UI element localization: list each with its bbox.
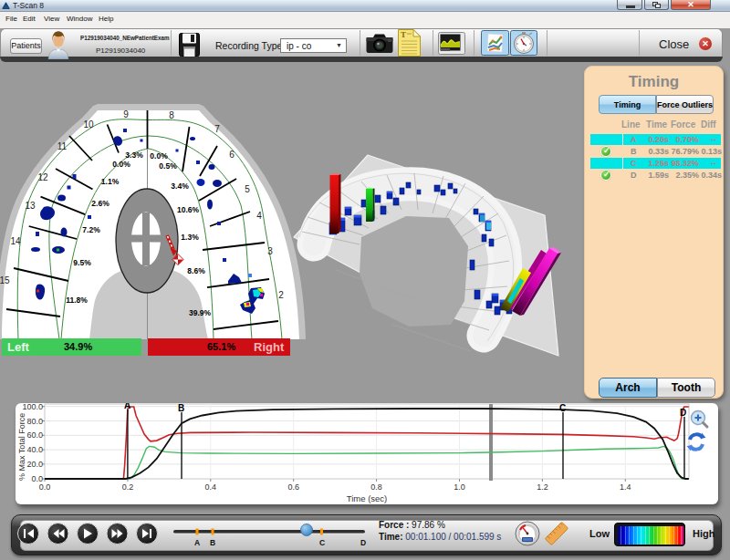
svg-text:% Max Total Force: % Max Total Force: [17, 413, 26, 481]
svg-text:80.0: 80.0: [26, 417, 43, 426]
svg-text:40.0: 40.0: [26, 445, 43, 454]
svg-text:1.3%: 1.3%: [181, 233, 199, 242]
svg-text:0.2: 0.2: [122, 482, 134, 492]
svg-text:8: 8: [169, 110, 174, 120]
svg-text:1.2: 1.2: [537, 482, 548, 492]
svg-text:0.6: 0.6: [287, 482, 299, 492]
svg-text:15: 15: [0, 275, 10, 285]
svg-text:3.4%: 3.4%: [171, 181, 189, 191]
svg-text:7.2%: 7.2%: [82, 225, 100, 234]
svg-text:13: 13: [25, 201, 36, 211]
svg-text:A: A: [194, 538, 200, 547]
svg-text:2.6%: 2.6%: [91, 199, 110, 208]
svg-text:C: C: [319, 538, 325, 547]
svg-text:9.5%: 9.5%: [73, 258, 91, 267]
svg-text:3: 3: [267, 246, 273, 256]
svg-text:10.6%: 10.6%: [177, 205, 200, 214]
svg-text:14: 14: [10, 236, 21, 246]
svg-text:6: 6: [229, 150, 235, 160]
svg-text:10: 10: [83, 119, 94, 130]
svg-text:11.8%: 11.8%: [66, 296, 88, 305]
svg-text:C: C: [559, 403, 566, 413]
svg-text:Time (sec): Time (sec): [347, 493, 388, 503]
svg-text:1.0: 1.0: [454, 482, 465, 492]
svg-text:60.0: 60.0: [26, 430, 43, 440]
svg-text:0.8: 0.8: [370, 482, 382, 492]
svg-text:20.0: 20.0: [26, 460, 43, 469]
svg-text:0.0%: 0.0%: [150, 151, 168, 161]
svg-text:0.0: 0.0: [39, 482, 51, 492]
svg-text:B: B: [210, 538, 215, 547]
svg-text:11: 11: [57, 141, 68, 151]
svg-text:3.3%: 3.3%: [125, 150, 143, 160]
svg-text:8.6%: 8.6%: [187, 266, 205, 275]
svg-text:100.0: 100.0: [22, 403, 43, 411]
svg-text:0.5%: 0.5%: [159, 161, 177, 171]
svg-text:39.9%: 39.9%: [189, 308, 212, 317]
svg-text:5: 5: [245, 184, 250, 194]
svg-text:1.4: 1.4: [620, 482, 631, 492]
svg-text:D: D: [680, 408, 686, 418]
svg-text:0.0%: 0.0%: [112, 160, 130, 169]
svg-text:T: T: [401, 30, 406, 39]
svg-text:A: A: [124, 403, 130, 410]
svg-text:12: 12: [37, 172, 48, 182]
svg-text:4: 4: [256, 211, 262, 221]
svg-text:0.4: 0.4: [205, 482, 217, 492]
svg-text:9: 9: [123, 109, 129, 119]
svg-text:D: D: [360, 538, 366, 547]
svg-text:1.1%: 1.1%: [101, 177, 120, 186]
svg-text:7: 7: [214, 124, 220, 134]
svg-text:B: B: [178, 403, 184, 413]
